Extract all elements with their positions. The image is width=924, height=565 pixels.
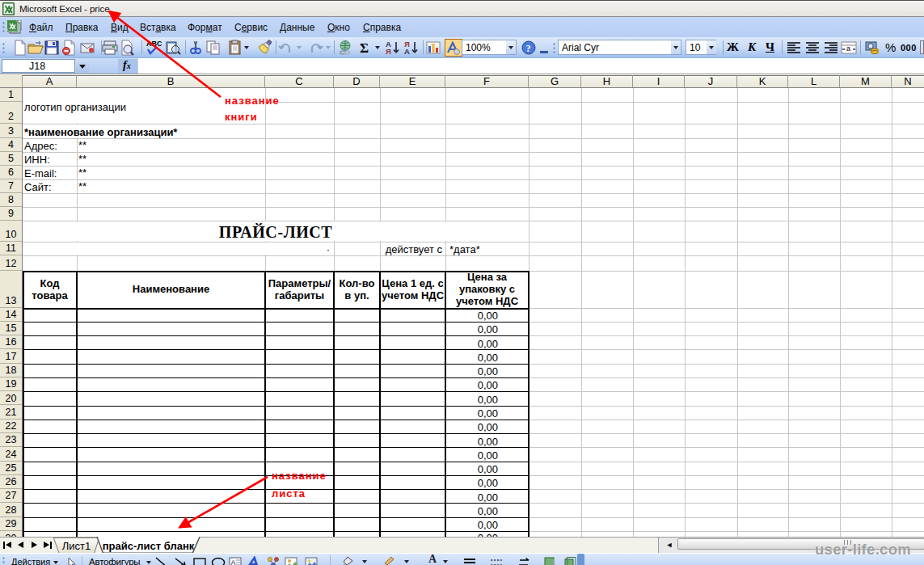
svg-text:Σ: Σ bbox=[360, 40, 369, 56]
svg-text:ABC: ABC bbox=[146, 40, 162, 48]
svg-text:a: a bbox=[846, 44, 850, 53]
svg-text:А: А bbox=[404, 47, 410, 56]
svg-text:?: ? bbox=[526, 42, 531, 53]
svg-text:A: A bbox=[231, 559, 236, 565]
svg-text:Я: Я bbox=[386, 47, 391, 56]
